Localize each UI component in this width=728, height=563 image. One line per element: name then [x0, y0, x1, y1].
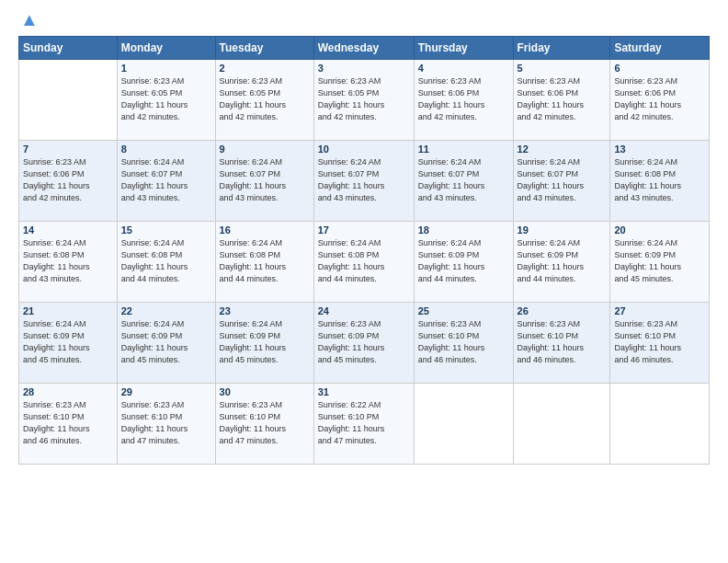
calendar-cell: 15Sunrise: 6:24 AM Sunset: 6:08 PM Dayli… [117, 222, 215, 303]
day-number: 3 [318, 63, 410, 74]
calendar-cell: 13Sunrise: 6:24 AM Sunset: 6:08 PM Dayli… [610, 141, 710, 222]
day-number: 14 [23, 224, 113, 236]
day-number: 28 [23, 386, 113, 397]
day-number: 23 [220, 305, 310, 316]
calendar-cell: 8Sunrise: 6:24 AM Sunset: 6:07 PM Daylig… [117, 141, 215, 222]
day-info: Sunrise: 6:23 AM Sunset: 6:05 PM Dayligh… [220, 75, 310, 123]
header: ▲ [18, 17, 710, 30]
day-info: Sunrise: 6:23 AM Sunset: 6:06 PM Dayligh… [23, 156, 113, 204]
day-number: 9 [220, 144, 310, 155]
day-info: Sunrise: 6:24 AM Sunset: 6:09 PM Dayligh… [121, 318, 211, 366]
calendar-cell: 21Sunrise: 6:24 AM Sunset: 6:09 PM Dayli… [19, 303, 118, 384]
day-info: Sunrise: 6:24 AM Sunset: 6:09 PM Dayligh… [418, 237, 509, 285]
calendar-cell: 27Sunrise: 6:23 AM Sunset: 6:10 PM Dayli… [610, 303, 710, 384]
day-number: 31 [318, 386, 410, 397]
day-info: Sunrise: 6:24 AM Sunset: 6:08 PM Dayligh… [614, 156, 705, 204]
calendar-cell: 17Sunrise: 6:24 AM Sunset: 6:08 PM Dayli… [313, 222, 414, 303]
day-info: Sunrise: 6:22 AM Sunset: 6:10 PM Dayligh… [318, 399, 410, 447]
day-number: 22 [121, 305, 211, 316]
calendar-cell: 2Sunrise: 6:23 AM Sunset: 6:05 PM Daylig… [215, 60, 313, 141]
calendar-cell [513, 384, 610, 465]
day-info: Sunrise: 6:24 AM Sunset: 6:08 PM Dayligh… [121, 237, 211, 285]
calendar-week-row: 28Sunrise: 6:23 AM Sunset: 6:10 PM Dayli… [19, 384, 710, 465]
logo-bird-icon: ▲ [20, 9, 39, 30]
day-info: Sunrise: 6:23 AM Sunset: 6:10 PM Dayligh… [418, 318, 509, 366]
day-info: Sunrise: 6:23 AM Sunset: 6:10 PM Dayligh… [220, 399, 310, 447]
day-info: Sunrise: 6:23 AM Sunset: 6:06 PM Dayligh… [614, 75, 705, 123]
weekday-header-wednesday: Wednesday [313, 37, 414, 60]
calendar-cell [414, 384, 513, 465]
day-number: 19 [518, 224, 607, 236]
day-number: 1 [121, 63, 211, 74]
day-info: Sunrise: 6:24 AM Sunset: 6:09 PM Dayligh… [614, 237, 705, 285]
day-info: Sunrise: 6:23 AM Sunset: 6:10 PM Dayligh… [121, 399, 211, 447]
weekday-header-friday: Friday [513, 37, 610, 60]
calendar-cell: 29Sunrise: 6:23 AM Sunset: 6:10 PM Dayli… [117, 384, 215, 465]
day-number: 21 [23, 305, 113, 316]
calendar-week-row: 14Sunrise: 6:24 AM Sunset: 6:08 PM Dayli… [19, 222, 710, 303]
calendar-cell: 1Sunrise: 6:23 AM Sunset: 6:05 PM Daylig… [117, 60, 215, 141]
weekday-header-monday: Monday [117, 37, 215, 60]
day-number: 6 [614, 63, 705, 74]
calendar-cell: 3Sunrise: 6:23 AM Sunset: 6:05 PM Daylig… [313, 60, 414, 141]
day-info: Sunrise: 6:24 AM Sunset: 6:07 PM Dayligh… [518, 156, 607, 204]
calendar-week-row: 7Sunrise: 6:23 AM Sunset: 6:06 PM Daylig… [19, 141, 710, 222]
day-info: Sunrise: 6:24 AM Sunset: 6:07 PM Dayligh… [318, 156, 410, 204]
calendar-cell: 5Sunrise: 6:23 AM Sunset: 6:06 PM Daylig… [513, 60, 610, 141]
day-info: Sunrise: 6:24 AM Sunset: 6:09 PM Dayligh… [518, 237, 607, 285]
weekday-header-sunday: Sunday [19, 37, 118, 60]
calendar-cell: 31Sunrise: 6:22 AM Sunset: 6:10 PM Dayli… [313, 384, 414, 465]
day-number: 29 [121, 386, 211, 397]
weekday-header-tuesday: Tuesday [215, 37, 313, 60]
calendar-cell: 26Sunrise: 6:23 AM Sunset: 6:10 PM Dayli… [513, 303, 610, 384]
day-number: 15 [121, 224, 211, 236]
page: ▲ SundayMondayTuesdayWednesdayThursdayFr… [0, 0, 728, 563]
calendar-cell [19, 60, 118, 141]
day-info: Sunrise: 6:23 AM Sunset: 6:10 PM Dayligh… [614, 318, 705, 366]
calendar-cell: 9Sunrise: 6:24 AM Sunset: 6:07 PM Daylig… [215, 141, 313, 222]
day-number: 16 [220, 224, 310, 236]
day-info: Sunrise: 6:23 AM Sunset: 6:10 PM Dayligh… [518, 318, 607, 366]
day-number: 24 [318, 305, 410, 316]
day-number: 11 [418, 144, 509, 155]
day-number: 5 [518, 63, 607, 74]
day-info: Sunrise: 6:23 AM Sunset: 6:06 PM Dayligh… [518, 75, 607, 123]
day-number: 18 [418, 224, 509, 236]
calendar-cell: 19Sunrise: 6:24 AM Sunset: 6:09 PM Dayli… [513, 222, 610, 303]
day-number: 8 [121, 144, 211, 155]
day-number: 20 [614, 224, 705, 236]
day-info: Sunrise: 6:24 AM Sunset: 6:07 PM Dayligh… [121, 156, 211, 204]
calendar-cell: 11Sunrise: 6:24 AM Sunset: 6:07 PM Dayli… [414, 141, 513, 222]
calendar-cell: 12Sunrise: 6:24 AM Sunset: 6:07 PM Dayli… [513, 141, 610, 222]
day-info: Sunrise: 6:23 AM Sunset: 6:06 PM Dayligh… [418, 75, 509, 123]
day-info: Sunrise: 6:23 AM Sunset: 6:05 PM Dayligh… [121, 75, 211, 123]
day-info: Sunrise: 6:23 AM Sunset: 6:09 PM Dayligh… [318, 318, 410, 366]
day-info: Sunrise: 6:24 AM Sunset: 6:08 PM Dayligh… [23, 237, 113, 285]
calendar-cell: 4Sunrise: 6:23 AM Sunset: 6:06 PM Daylig… [414, 60, 513, 141]
calendar-cell: 22Sunrise: 6:24 AM Sunset: 6:09 PM Dayli… [117, 303, 215, 384]
day-number: 27 [614, 305, 705, 316]
calendar-week-row: 21Sunrise: 6:24 AM Sunset: 6:09 PM Dayli… [19, 303, 710, 384]
calendar-cell: 14Sunrise: 6:24 AM Sunset: 6:08 PM Dayli… [19, 222, 118, 303]
calendar-table: SundayMondayTuesdayWednesdayThursdayFrid… [18, 36, 710, 465]
calendar-cell: 7Sunrise: 6:23 AM Sunset: 6:06 PM Daylig… [19, 141, 118, 222]
day-info: Sunrise: 6:24 AM Sunset: 6:07 PM Dayligh… [418, 156, 509, 204]
day-info: Sunrise: 6:24 AM Sunset: 6:09 PM Dayligh… [220, 318, 310, 366]
day-number: 25 [418, 305, 509, 316]
weekday-header-thursday: Thursday [414, 37, 513, 60]
day-number: 30 [220, 386, 310, 397]
day-number: 2 [220, 63, 310, 74]
logo: ▲ [18, 17, 39, 30]
day-number: 26 [518, 305, 607, 316]
day-number: 4 [418, 63, 509, 74]
day-info: Sunrise: 6:24 AM Sunset: 6:09 PM Dayligh… [23, 318, 113, 366]
day-info: Sunrise: 6:24 AM Sunset: 6:08 PM Dayligh… [220, 237, 310, 285]
calendar-cell: 20Sunrise: 6:24 AM Sunset: 6:09 PM Dayli… [610, 222, 710, 303]
day-info: Sunrise: 6:23 AM Sunset: 6:05 PM Dayligh… [318, 75, 410, 123]
day-number: 10 [318, 144, 410, 155]
day-info: Sunrise: 6:24 AM Sunset: 6:08 PM Dayligh… [318, 237, 410, 285]
calendar-cell: 18Sunrise: 6:24 AM Sunset: 6:09 PM Dayli… [414, 222, 513, 303]
weekday-header-saturday: Saturday [610, 37, 710, 60]
weekday-header-row: SundayMondayTuesdayWednesdayThursdayFrid… [19, 37, 710, 60]
calendar-cell: 25Sunrise: 6:23 AM Sunset: 6:10 PM Dayli… [414, 303, 513, 384]
